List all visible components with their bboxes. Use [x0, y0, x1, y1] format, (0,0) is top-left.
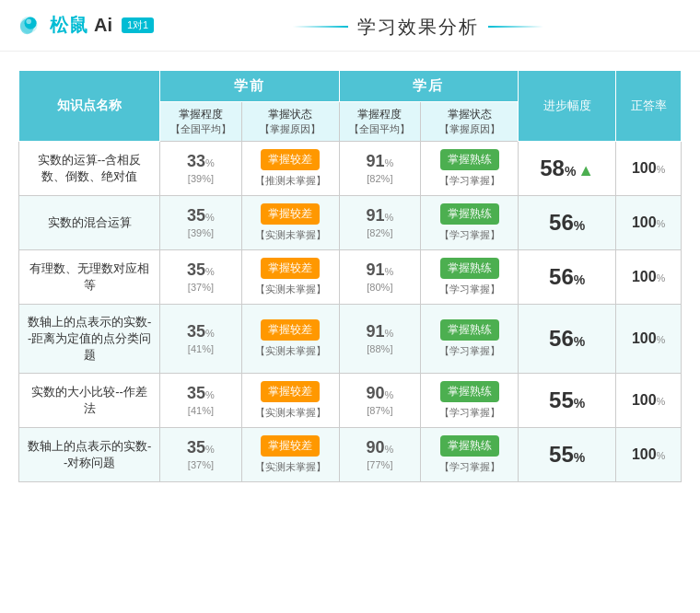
- before-state-sub: 【掌握原因】: [246, 122, 335, 136]
- correct-pct-unit: %: [657, 164, 666, 175]
- correct-value: 100: [632, 214, 657, 230]
- cell-progress: 56%: [519, 195, 616, 249]
- after-state-badge: 掌握熟练: [440, 258, 499, 279]
- before-pct-unit: %: [205, 212, 215, 223]
- sub-header-before-state: 掌握状态 【掌握原因】: [241, 101, 339, 141]
- before-reason: 【实测未掌握】: [246, 283, 335, 296]
- progress-pct-unit: %: [574, 334, 585, 349]
- sub-header-after-degree: 掌握程度 【全国平均】: [339, 101, 420, 141]
- before-pct-unit: %: [205, 157, 215, 168]
- cell-correct: 100%: [616, 195, 682, 249]
- before-reason: 【实测未掌握】: [246, 228, 335, 242]
- after-pct-value: 91: [366, 260, 384, 279]
- before-state-badge: 掌握较差: [261, 435, 320, 457]
- before-state-badge: 掌握较差: [261, 149, 320, 170]
- progress-pct-unit: %: [574, 272, 585, 287]
- before-reason: 【实测未掌握】: [246, 406, 335, 420]
- cell-before-pct: 35% [37%]: [160, 249, 241, 304]
- after-pct-unit: %: [385, 266, 394, 277]
- progress-value: 56: [549, 326, 574, 351]
- table-row: 实数的运算--含相反数、倒数、绝对值 33% [39%] 掌握较差 【推测未掌握…: [19, 141, 682, 195]
- cell-correct: 100%: [616, 304, 682, 373]
- before-state-label: 掌握状态: [246, 107, 335, 122]
- before-pct-value: 35: [187, 384, 205, 402]
- table-row: 数轴上的点表示的实数--距离为定值的点分类问题 35% [41%] 掌握较差 【…: [19, 304, 682, 373]
- after-pct-unit: %: [385, 212, 394, 223]
- before-reason: 【实测未掌握】: [246, 344, 335, 358]
- page-title: 学习效果分析: [154, 11, 682, 40]
- before-pct-unit: %: [205, 444, 215, 455]
- after-avg-val: [82%]: [344, 227, 416, 238]
- after-reason: 【学习掌握】: [425, 283, 514, 296]
- cell-progress: 56%: [519, 304, 616, 373]
- cell-before-pct: 33% [39%]: [160, 141, 241, 195]
- col-header-after: 学后: [339, 70, 518, 101]
- cell-before-state: 掌握较差 【实测未掌握】: [241, 373, 339, 427]
- before-pct-value: 35: [187, 322, 205, 341]
- cell-after-state: 掌握熟练 【学习掌握】: [421, 195, 519, 249]
- before-state-badge: 掌握较差: [261, 319, 320, 341]
- col-header-name: 知识点名称: [19, 70, 160, 141]
- before-state-badge: 掌握较差: [261, 381, 320, 402]
- cell-after-state: 掌握熟练 【学习掌握】: [421, 373, 519, 427]
- cell-correct: 100%: [616, 373, 682, 427]
- logo: 松鼠 Ai 1对1: [18, 12, 154, 38]
- cell-after-pct: 91% [88%]: [339, 304, 420, 373]
- table-header-row-1: 知识点名称 学前 学后 进步幅度 正答率: [19, 70, 682, 101]
- cell-name: 实数的运算--含相反数、倒数、绝对值: [19, 141, 160, 195]
- after-state-badge: 掌握熟练: [440, 203, 499, 225]
- progress-pct-unit: %: [565, 164, 576, 179]
- before-avg-val: [39%]: [164, 227, 237, 238]
- cell-after-state: 掌握熟练 【学习掌握】: [421, 249, 519, 304]
- cell-before-pct: 35% [39%]: [160, 195, 241, 249]
- cell-name: 数轴上的点表示的实数--对称问题: [19, 427, 160, 481]
- col-header-before: 学前: [160, 70, 339, 101]
- sub-header-before-degree: 掌握程度 【全国平均】: [160, 101, 241, 141]
- cell-name: 有理数、无理数对应相等: [19, 249, 160, 304]
- before-pct-unit: %: [205, 328, 215, 339]
- after-pct-value: 90: [366, 438, 384, 457]
- cell-progress: 56%: [519, 249, 616, 304]
- after-avg-val: [87%]: [344, 405, 416, 416]
- correct-pct-unit: %: [657, 396, 666, 407]
- progress-value: 55: [549, 442, 574, 467]
- cell-before-pct: 35% [37%]: [160, 427, 241, 481]
- progress-value: 56: [549, 264, 574, 289]
- correct-value: 100: [632, 446, 657, 462]
- after-reason: 【学习掌握】: [425, 406, 514, 420]
- after-pct-unit: %: [385, 389, 394, 400]
- svg-point-3: [26, 19, 31, 25]
- cell-after-pct: 90% [87%]: [339, 373, 420, 427]
- before-pct-value: 35: [187, 260, 205, 279]
- after-reason: 【学习掌握】: [425, 460, 514, 474]
- progress-arrow-icon: ▲: [578, 161, 594, 179]
- cell-name: 数轴上的点表示的实数--距离为定值的点分类问题: [19, 304, 160, 373]
- after-state-badge: 掌握熟练: [440, 319, 499, 341]
- col-header-correct: 正答率: [616, 70, 682, 141]
- correct-pct-unit: %: [657, 218, 666, 229]
- before-avg-val: [41%]: [164, 405, 237, 416]
- after-avg-val: [80%]: [344, 282, 416, 293]
- cell-after-state: 掌握熟练 【学习掌握】: [421, 304, 519, 373]
- after-degree-label: 掌握程度: [344, 107, 416, 122]
- cell-before-state: 掌握较差 【实测未掌握】: [241, 195, 339, 249]
- cell-progress: 58%▲: [519, 141, 616, 195]
- after-pct-value: 91: [366, 206, 384, 225]
- cell-after-state: 掌握熟练 【学习掌握】: [421, 141, 519, 195]
- correct-value: 100: [632, 160, 657, 176]
- analysis-table: 知识点名称 学前 学后 进步幅度 正答率 掌握程度 【全国平均】 掌握状态 【掌…: [18, 70, 682, 482]
- correct-pct-unit: %: [657, 450, 666, 461]
- table-row: 有理数、无理数对应相等 35% [37%] 掌握较差 【实测未掌握】 91% […: [19, 249, 682, 304]
- progress-value: 56: [549, 210, 574, 235]
- cell-before-pct: 35% [41%]: [160, 373, 241, 427]
- before-avg-val: [37%]: [164, 282, 237, 293]
- cell-after-pct: 90% [77%]: [339, 427, 420, 481]
- title-right-line: [488, 26, 543, 28]
- sub-header-after-state: 掌握状态 【掌握原因】: [421, 101, 519, 141]
- title-decoration: 学习效果分析: [293, 15, 543, 40]
- cell-before-pct: 35% [41%]: [160, 304, 241, 373]
- cell-after-state: 掌握熟练 【学习掌握】: [421, 427, 519, 481]
- title-left-line: [293, 26, 348, 28]
- page-header: 松鼠 Ai 1对1 学习效果分析: [0, 0, 700, 52]
- before-state-badge: 掌握较差: [261, 258, 320, 279]
